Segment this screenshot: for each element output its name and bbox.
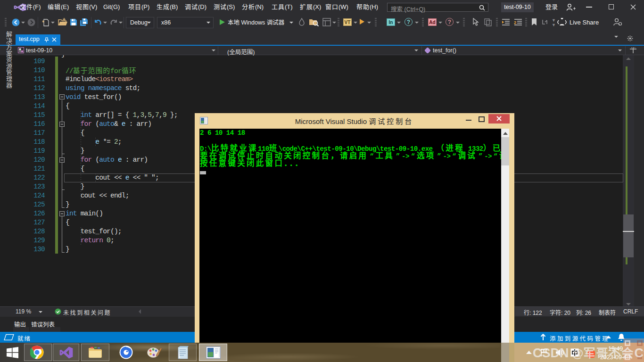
svg-text:2: 2	[514, 20, 516, 25]
